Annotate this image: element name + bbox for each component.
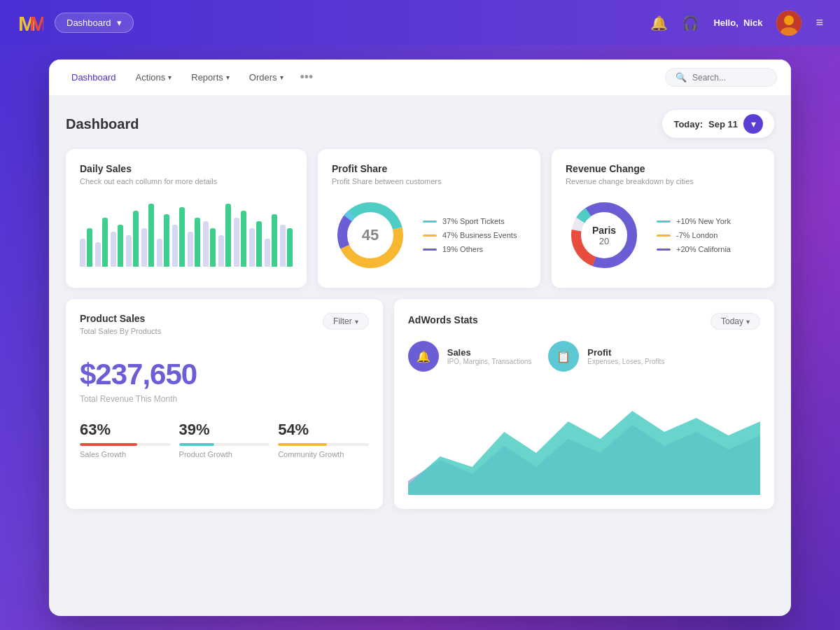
nav-more[interactable]: ••• [295, 66, 319, 89]
bar-dark [179, 207, 185, 267]
nav-dashboard[interactable]: Dashboard [63, 68, 125, 87]
bar-group [234, 211, 246, 267]
bar-chart [80, 197, 293, 267]
metric-pct-1: 63% [80, 421, 171, 439]
daily-sales-title: Daily Sales [80, 163, 293, 174]
metric-fill-1 [80, 443, 137, 446]
rev-legend-3: +20% California [657, 245, 731, 253]
bar-dark [241, 211, 246, 267]
bar-light [203, 221, 209, 267]
bar-light [188, 232, 193, 267]
product-sales-header: Product Sales Total Sales By Products Fi… [80, 313, 369, 346]
metric-bar-1 [80, 443, 171, 446]
aw-sales-icon: 🔔 [408, 341, 439, 372]
bar-dark [133, 211, 139, 267]
product-sales-subtitle: Total Sales By Products [80, 327, 161, 335]
search-input[interactable] [692, 73, 766, 83]
rev-legend-1: +10% New York [657, 217, 731, 225]
revenue-donut-center: Paris 20 [592, 225, 616, 246]
profit-share-title: Profit Share [332, 163, 526, 174]
nav-reports[interactable]: Reports ▾ [183, 68, 238, 87]
bar-group [111, 225, 123, 267]
legend-item-3: 19% Others [423, 245, 517, 253]
aw-profit-icon: 📋 [548, 341, 579, 372]
metrics-row: 63% Sales Growth 39% Product Growth [80, 421, 369, 458]
revenue-legend: +10% New York -7% London +20% California [657, 217, 731, 253]
revenue-donut-area: Paris 20 +10% New York -7% Londo [566, 197, 760, 274]
metric-fill-3 [278, 443, 327, 446]
bar-light [280, 225, 286, 267]
date-dropdown-btn[interactable]: ▾ [743, 114, 763, 134]
dashboard-dropdown[interactable]: Dashboard ▾ [55, 13, 134, 33]
metric-pct-3: 54% [278, 421, 369, 439]
topbar-right: 🔔 🎧 Hello, Nick ≡ [650, 10, 823, 36]
bar-light [141, 228, 147, 267]
svg-point-3 [784, 15, 794, 25]
revenue-label: Total Revenue This Month [80, 394, 369, 404]
main-container: Dashboard Actions ▾ Reports ▾ Orders ▾ •… [0, 46, 840, 630]
legend-label-1: 37% Sport Tickets [442, 217, 505, 225]
legend-item-2: 47% Business Events [423, 231, 517, 239]
bar-group [218, 204, 231, 267]
nav-search[interactable]: 🔍 [665, 68, 777, 87]
today-button[interactable]: Today ▾ [710, 313, 760, 330]
metric-pct-2: 39% [179, 421, 270, 439]
metric-bar-2 [179, 443, 270, 446]
hello-text: Hello, Nick [713, 18, 762, 28]
topbar: M M Dashboard ▾ 🔔 🎧 Hello, Nick ≡ [0, 0, 840, 46]
date-value: Sep 11 [708, 119, 738, 130]
avatar[interactable] [776, 10, 802, 36]
bottom-row: Product Sales Total Sales By Products Fi… [66, 299, 774, 509]
bar-group [249, 221, 262, 267]
metric-product-growth: 39% Product Growth [179, 421, 270, 458]
date-badge: Today: Sep 11 ▾ [662, 110, 774, 138]
menu-icon[interactable]: ≡ [816, 15, 823, 30]
daily-sales-subtitle: Check out each collumn for more details [80, 177, 293, 186]
nav-actions[interactable]: Actions ▾ [127, 68, 181, 87]
legend-label-3: 19% Others [442, 245, 483, 253]
filter-button[interactable]: Filter ▾ [323, 313, 369, 330]
bar-light [172, 225, 178, 267]
metric-label-1: Sales Growth [80, 450, 171, 458]
aw-profit-sub: Expenses, Loses, Profits [587, 358, 664, 365]
content-wrapper: Dashboard Actions ▾ Reports ▾ Orders ▾ •… [49, 59, 791, 616]
headset-icon[interactable]: 🎧 [682, 15, 699, 31]
donut-center-value: 45 [362, 226, 379, 244]
bar-dark [148, 204, 154, 267]
rev-color-3 [657, 248, 671, 251]
navbar: Dashboard Actions ▾ Reports ▾ Orders ▾ •… [49, 59, 791, 96]
bar-dark [164, 214, 169, 267]
aw-metric-profit: 📋 Profit Expenses, Loses, Profits [548, 341, 664, 372]
metric-community-growth: 54% Community Growth [278, 421, 369, 458]
svg-text:M: M [29, 12, 43, 35]
bar-group [157, 214, 169, 267]
bar-dark [195, 218, 200, 267]
dash-content: Dashboard Today: Sep 11 ▾ Daily Sales Ch… [49, 96, 791, 616]
daily-sales-card: Daily Sales Check out each collumn for m… [66, 149, 307, 288]
legend-color-2 [423, 234, 437, 237]
metric-label-2: Product Growth [179, 450, 270, 458]
nav-orders[interactable]: Orders ▾ [241, 68, 292, 87]
bell-icon[interactable]: 🔔 [650, 15, 668, 31]
bar-light [249, 228, 255, 267]
bar-group [280, 225, 293, 267]
metric-fill-2 [179, 443, 215, 446]
profit-share-subtitle: Profit Share between customers [332, 177, 526, 186]
logo: M M [17, 10, 43, 36]
dash-header: Dashboard Today: Sep 11 ▾ [66, 110, 774, 138]
bar-group [203, 221, 216, 267]
revenue-title: Revenue Change [566, 163, 760, 174]
bar-dark [118, 225, 123, 267]
user-name: Nick [743, 18, 762, 28]
bar-light [80, 239, 85, 267]
aw-sales-title: Sales [447, 347, 532, 358]
rev-label-3: +20% California [676, 245, 731, 253]
legend-color-3 [423, 248, 437, 251]
revenue-donut-chart: Paris 20 [566, 197, 643, 274]
adwords-card: AdWords Stats Today ▾ 🔔 Sales [394, 299, 774, 509]
legend-item-1: 37% Sport Tickets [423, 217, 517, 225]
bar-light [95, 242, 101, 267]
adwords-header: AdWords Stats Today ▾ [408, 313, 760, 330]
bar-dark [287, 228, 293, 267]
metric-bar-3 [278, 443, 369, 446]
